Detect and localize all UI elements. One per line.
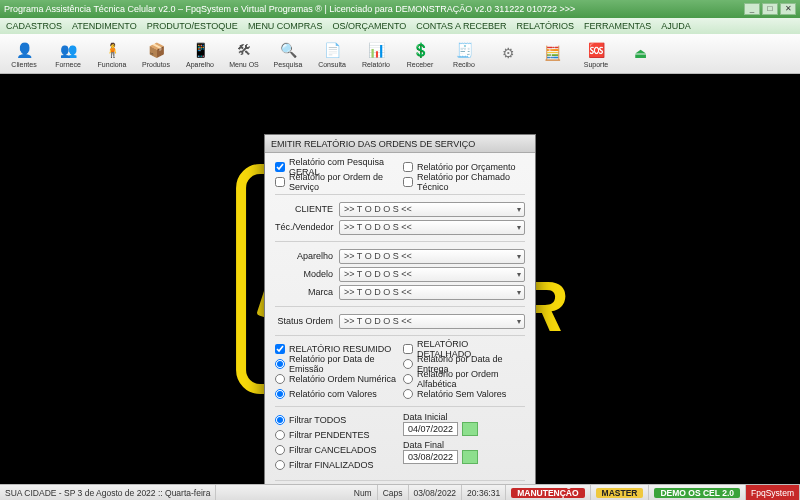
menu-cadastros[interactable]: CADASTROS [6,21,62,31]
combo-modelo[interactable]: >> T O D O S << [339,267,525,282]
rad-ordem-numerica[interactable]: Relatório Ordem Numérica [275,371,397,386]
menu-ferramentas[interactable]: FERRAMENTAS [584,21,651,31]
menu-os[interactable]: OS/ORÇAMENTO [332,21,406,31]
menu-contas[interactable]: CONTAS A RECEBER [416,21,506,31]
produtos-label: Produtos [142,61,170,68]
toolbar-fornece[interactable]: 👥Fornece [48,36,88,72]
pesquisa-icon: 🔍 [278,40,298,60]
aparelho-label: Aparelho [186,61,214,68]
toolbar-relatorio[interactable]: 📊Relatório [356,36,396,72]
toolbar-suporte[interactable]: 🆘Suporte [576,36,616,72]
status-brand: FpqSystem [746,485,800,500]
combo-aparelho[interactable]: >> T O D O S << [339,249,525,264]
status-location-date: SUA CIDADE - SP 3 de Agosto de 2022 :: Q… [0,485,216,500]
date-final[interactable]: 03/08/2022 [403,450,458,464]
lbl-aparelho: Aparelho [275,251,333,261]
rad-filtrar-finalizados-label: Filtrar FINALIZADOS [289,460,374,470]
window-title: Programa Assistência Técnica Celular v2.… [4,4,744,14]
workspace-background: NA LAR EMITIR RELATÓRIO DAS ORDENS DE SE… [0,74,800,484]
toolbar-tb-gear[interactable]: ⚙ [488,36,528,72]
tb-gear-icon: ⚙ [498,43,518,63]
fornece-label: Fornece [55,61,81,68]
relatorio-label: Relatório [362,61,390,68]
rad-com-valores-label: Relatório com Valores [289,389,377,399]
toolbar-clientes[interactable]: 👤Clientes [4,36,44,72]
rad-sem-valores[interactable]: Relatório Sem Valores [403,386,525,401]
rad-filtrar-cancelados[interactable]: Filtrar CANCELADOS [275,442,397,457]
rad-filtrar-pendentes[interactable]: Filtrar PENDENTES [275,427,397,442]
menu-bar: CADASTROS ATENDIMENTO PRODUTO/ESTOQUE ME… [0,18,800,34]
chk-por-chamado[interactable]: Relatório por Chamado Técnico [403,174,525,189]
menuos-label: Menu OS [229,61,259,68]
receber-icon: 💲 [410,40,430,60]
rad-filtrar-pendentes-label: Filtrar PENDENTES [289,430,370,440]
rad-filtrar-todos[interactable]: Filtrar TODOS [275,412,397,427]
toolbar-consulta[interactable]: 📄Consulta [312,36,352,72]
rad-sem-valores-label: Relatório Sem Valores [417,389,506,399]
chk-por-ordem[interactable]: Relatório por Ordem de Serviço [275,174,397,189]
chk-resumido-label: RELATÓRIO RESUMIDO [289,344,391,354]
receber-label: Receber [407,61,433,68]
suporte-label: Suporte [584,61,609,68]
menu-atendimento[interactable]: ATENDIMENTO [72,21,137,31]
toolbar-recibo[interactable]: 🧾Recibo [444,36,484,72]
toolbar-produtos[interactable]: 📦Produtos [136,36,176,72]
status-maintenance-badge: MANUTENÇÃO [511,488,584,498]
calendar-inicial-button[interactable] [462,422,478,436]
toolbar-receber[interactable]: 💲Receber [400,36,440,72]
window-titlebar: Programa Assistência Técnica Celular v2.… [0,0,800,18]
rad-data-emissao[interactable]: Relatório por Data de Emissão [275,356,397,371]
toolbar-pesquisa[interactable]: 🔍Pesquisa [268,36,308,72]
window-minimize-button[interactable]: _ [744,3,760,15]
window-maximize-button[interactable]: □ [762,3,778,15]
clientes-label: Clientes [11,61,36,68]
relatorio-icon: 📊 [366,40,386,60]
lbl-data-final: Data Final [403,440,525,450]
status-user-badge: MASTER [596,488,644,498]
lbl-modelo: Modelo [275,269,333,279]
report-dialog: EMITIR RELATÓRIO DAS ORDENS DE SERVIÇO R… [264,134,536,484]
consulta-label: Consulta [318,61,346,68]
consulta-icon: 📄 [322,40,342,60]
rad-filtrar-finalizados[interactable]: Filtrar FINALIZADOS [275,457,397,472]
aparelho-icon: 📱 [190,40,210,60]
toolbar-aparelho[interactable]: 📱Aparelho [180,36,220,72]
lbl-data-inicial: Data Inicial [403,412,525,422]
toolbar-funciona[interactable]: 🧍Funciona [92,36,132,72]
menuos-icon: 🛠 [234,40,254,60]
toolbar-tb-exit[interactable]: ⏏ [620,36,660,72]
pesquisa-label: Pesquisa [274,61,303,68]
recibo-icon: 🧾 [454,40,474,60]
menu-produto[interactable]: PRODUTO/ESTOQUE [147,21,238,31]
rad-ordem-alfabetica[interactable]: Relatório por Ordem Alfabética [403,371,525,386]
combo-status[interactable]: >> T O D O S << [339,314,525,329]
lbl-cliente: CLIENTE [275,204,333,214]
clientes-icon: 👤 [14,40,34,60]
calendar-final-button[interactable] [462,450,478,464]
produtos-icon: 📦 [146,40,166,60]
rad-ordem-numerica-label: Relatório Ordem Numérica [289,374,396,384]
chk-por-ordem-label: Relatório por Ordem de Serviço [289,172,397,192]
status-time: 20:36:31 [462,485,506,500]
window-close-button[interactable]: ✕ [780,3,796,15]
toolbar-menuos[interactable]: 🛠Menu OS [224,36,264,72]
status-num: Num [349,485,378,500]
rad-com-valores[interactable]: Relatório com Valores [275,386,397,401]
tb-exit-icon: ⏏ [630,43,650,63]
dialog-title: EMITIR RELATÓRIO DAS ORDENS DE SERVIÇO [265,135,535,153]
status-date: 03/08/2022 [409,485,463,500]
combo-marca[interactable]: >> T O D O S << [339,285,525,300]
combo-vendedor[interactable]: >> T O D O S << [339,220,525,235]
menu-compras[interactable]: MENU COMPRAS [248,21,323,31]
date-inicial[interactable]: 04/07/2022 [403,422,458,436]
toolbar-tb-calc[interactable]: 🧮 [532,36,572,72]
main-toolbar: 👤Clientes👥Fornece🧍Funciona📦Produtos📱Apar… [0,34,800,74]
lbl-status: Status Ordem [275,316,333,326]
menu-ajuda[interactable]: AJUDA [661,21,691,31]
combo-cliente[interactable]: >> T O D O S << [339,202,525,217]
chk-por-chamado-label: Relatório por Chamado Técnico [417,172,525,192]
lbl-marca: Marca [275,287,333,297]
menu-relatorios[interactable]: RELATÓRIOS [517,21,574,31]
fornece-icon: 👥 [58,40,78,60]
funciona-icon: 🧍 [102,40,122,60]
